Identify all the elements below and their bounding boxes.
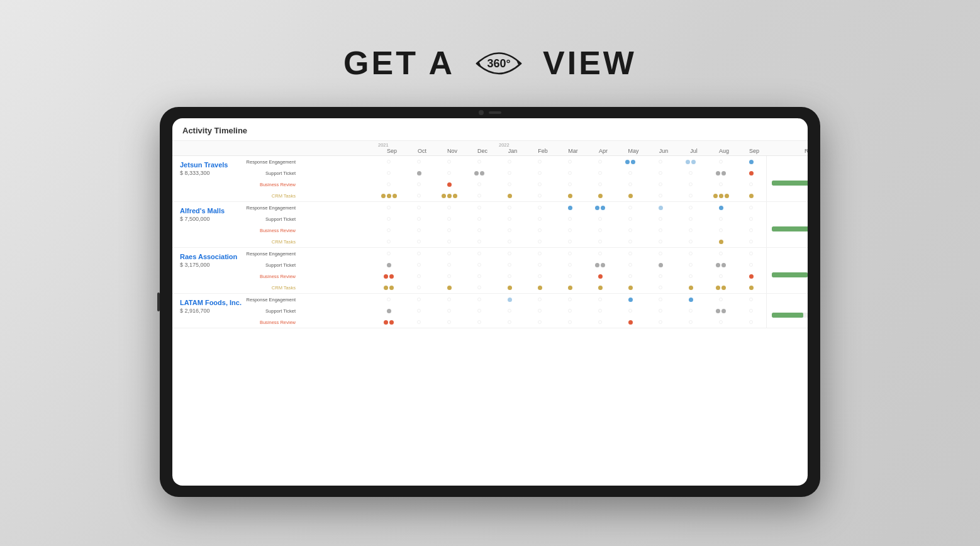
month-mar-2022: Mar — [558, 148, 588, 154]
timeline-area: 2021 Sep Oct Nov Dec 2022 Jan Feb Mar — [172, 141, 808, 486]
revenue-bar-alfreds — [772, 226, 808, 231]
dots-support-raes — [374, 263, 766, 267]
revenue-header: Revenue — [769, 148, 808, 154]
revenue-amount-raes: $ 3,175,000 — [772, 264, 808, 270]
tablet-camera — [479, 110, 484, 115]
account-row-jetsun: Jetsun Travels $ 8,333,300 Response Enga… — [172, 156, 808, 202]
revenue-bar-fill-alfreds — [772, 226, 808, 231]
revenue-amount-latam: $ 2,916,700 — [772, 304, 808, 311]
month-apr-2022: Apr — [588, 148, 618, 154]
dots-crm-raes — [374, 286, 766, 290]
month-sep-2021: Sep — [377, 148, 407, 154]
label-business-latam: Business Review — [223, 320, 298, 325]
revenue-latam: $ 2,916,700 — [766, 294, 808, 328]
activity-rows-raes: Response Engagement — [298, 248, 766, 293]
dots-support-latam — [374, 309, 766, 313]
month-feb-2022: Feb — [528, 148, 558, 154]
revenue-jetsun: $ 8,333,300 — [766, 156, 808, 201]
revenue-amount-alfreds: $ 7,500,000 — [772, 218, 808, 225]
activity-crm-jetsun: CRM Tasks — [298, 190, 766, 201]
activity-rows-alfreds: Response Engagement — [298, 202, 766, 247]
label-business-raes: Business Review — [223, 274, 298, 279]
dots-support-alfreds — [374, 217, 766, 221]
revenue-bar-fill-raes — [772, 272, 808, 277]
label-support-latam: Support Ticket — [223, 308, 298, 314]
tablet-side-button — [157, 292, 160, 311]
revenue-bar-fill-jetsun — [772, 181, 808, 186]
header-360-container: 360° — [461, 38, 537, 88]
tablet-screen: Activity Timeline 2021 Sep Oct Nov Dec — [172, 118, 808, 486]
year-2022-label: 2022 — [498, 142, 769, 148]
dots-crm-jetsun — [374, 194, 766, 198]
header-area: GET A 360° VIEW — [343, 38, 637, 88]
revenue-bar-raes — [772, 272, 808, 277]
activity-support-jetsun: Support Ticket — [298, 167, 766, 179]
dots-response-alfreds — [374, 206, 766, 210]
revenue-bar-jetsun — [772, 181, 808, 186]
revenue-bar-latam — [772, 313, 808, 318]
360-icon: 360° — [461, 40, 537, 87]
header-get-text: GET A — [343, 44, 455, 82]
dots-response-raes — [374, 252, 766, 255]
label-crm-jetsun: CRM Tasks — [223, 193, 298, 199]
month-may-2022: May — [618, 148, 649, 154]
dots-response-latam — [374, 298, 766, 302]
svg-text:360°: 360° — [487, 57, 510, 70]
month-jul-2022: Jul — [679, 148, 709, 154]
dots-support-jetsun — [374, 171, 766, 176]
tablet-speaker — [489, 111, 501, 114]
activity-support-alfreds: Support Ticket — [298, 213, 766, 225]
activity-support-raes: Support Ticket — [298, 259, 766, 270]
label-response-alfreds: Response Engagement — [223, 205, 298, 211]
label-response-raes: Response Engagement — [223, 251, 298, 257]
month-jun-2022: Jun — [649, 148, 679, 154]
revenue-amount-jetsun: $ 8,333,300 — [772, 172, 808, 179]
dots-business-alfreds — [374, 228, 766, 232]
month-oct-2021: Oct — [407, 148, 437, 154]
label-response-jetsun: Response Engagement — [223, 159, 298, 165]
tablet: Activity Timeline 2021 Sep Oct Nov Dec — [160, 107, 820, 497]
account-row-raes: Raes Association $ 3,175,000 Response En… — [172, 248, 808, 294]
month-nov-2021: Nov — [437, 148, 467, 154]
activity-business-jetsun: Business Review — [298, 179, 766, 190]
screen-title: Activity Timeline — [182, 126, 247, 135]
revenue-alfreds: $ 7,500,000 — [766, 202, 808, 247]
dots-business-raes — [374, 274, 766, 279]
month-dec-2021: Dec — [467, 148, 498, 154]
activity-response-raes: Response Engagement — [298, 248, 766, 259]
activity-response-latam: Response Engagement — [298, 294, 766, 305]
revenue-bar-fill-latam — [772, 313, 803, 318]
label-business-jetsun: Business Review — [223, 182, 298, 187]
activity-response-alfreds: Response Engagement — [298, 202, 766, 213]
tablet-top-bar — [479, 110, 501, 115]
account-row-alfreds: Alfred's Malls $ 7,500,000 Response Enga… — [172, 202, 808, 248]
dots-business-jetsun — [374, 182, 766, 187]
activity-business-latam: Business Review — [298, 316, 766, 328]
label-business-alfreds: Business Review — [223, 228, 298, 233]
activity-support-latam: Support Ticket — [298, 305, 766, 316]
label-crm-raes: CRM Tasks — [223, 285, 298, 291]
account-row-latam: LATAM Foods, Inc. $ 2,916,700 Response E… — [172, 294, 808, 328]
activity-rows-latam: Response Engagement — [298, 294, 766, 328]
activity-business-raes: Business Review — [298, 270, 766, 282]
activity-crm-raes: CRM Tasks — [298, 282, 766, 293]
year-2021-label: 2021 — [377, 142, 498, 148]
dots-crm-alfreds — [374, 240, 766, 244]
dots-response-jetsun — [374, 160, 766, 164]
activity-rows-jetsun: Response Engagement — [298, 156, 766, 201]
label-response-latam: Response Engagement — [223, 297, 298, 303]
header-view-text: VIEW — [543, 44, 637, 82]
month-aug-2022: Aug — [709, 148, 739, 154]
dots-business-latam — [374, 320, 766, 325]
label-crm-alfreds: CRM Tasks — [223, 239, 298, 245]
activity-crm-alfreds: CRM Tasks — [298, 236, 766, 247]
label-support-raes: Support Ticket — [223, 262, 298, 268]
month-jan-2022: Jan — [498, 148, 528, 154]
activity-business-alfreds: Business Review — [298, 225, 766, 236]
activity-response-jetsun: Response Engagement — [298, 156, 766, 167]
revenue-raes: $ 3,175,000 — [766, 248, 808, 293]
month-sep-2022: Sep — [739, 148, 769, 154]
label-support-jetsun: Support Ticket — [223, 170, 298, 176]
screen-header: Activity Timeline — [172, 118, 808, 141]
label-support-alfreds: Support Ticket — [223, 216, 298, 222]
